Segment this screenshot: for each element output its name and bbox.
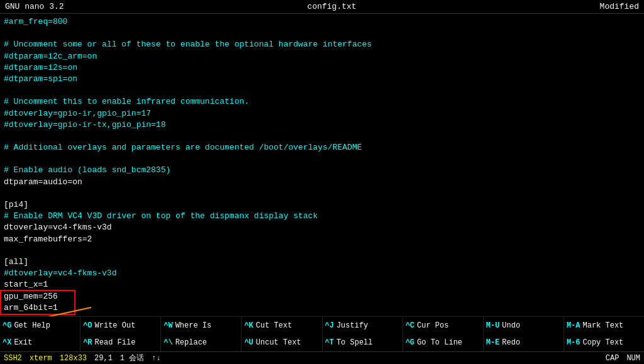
shortcut-label: Copy Text <box>582 338 623 347</box>
editor-line <box>4 131 640 142</box>
shortcut-label: Replace <box>175 338 207 347</box>
shortcut-key: ^G <box>3 321 11 330</box>
shortcut-label: Where Is <box>175 321 212 330</box>
shortcut-label: Justify <box>336 321 368 330</box>
shortcut-label: Uncut Text <box>256 338 301 347</box>
num-indicator: NUM <box>626 354 640 363</box>
shortcut-item[interactable]: ^JJustify <box>323 317 403 334</box>
shortcut-item[interactable]: ^WWhere Is <box>161 317 242 334</box>
shortcut-item[interactable]: M-6Copy Text <box>564 334 644 352</box>
editor-line: start_x=1 <box>4 279 640 290</box>
shortcut-item[interactable]: ^\Replace <box>161 334 242 352</box>
editor-line: dtoverlay=vc4-fkms-v3d <box>4 222 640 233</box>
shortcut-label: Cut Text <box>256 321 292 330</box>
shortcut-item[interactable]: ^XExit <box>0 334 80 352</box>
shortcuts-bar: ^GGet Help^OWrite Out^WWhere Is^KCut Tex… <box>0 316 644 351</box>
shortcut-key: ^X <box>3 338 11 347</box>
shortcut-key: M-U <box>486 321 500 330</box>
shortcut-label: Mark Text <box>582 321 623 330</box>
editor-line: max_framebuffers=2 <box>4 234 640 245</box>
shortcut-row-top: ^GGet Help^OWrite Out^WWhere Is^KCut Tex… <box>0 317 644 334</box>
shortcut-key: ^\ <box>164 338 172 347</box>
shortcut-item[interactable]: ^UUncut Text <box>242 334 322 352</box>
xterm-indicator: xterm <box>30 354 52 363</box>
editor-line: [all] <box>4 256 640 268</box>
editor-line: # Enable DRM VC4 V3D driver on top of th… <box>4 211 640 222</box>
editor-line <box>4 188 640 199</box>
editor-line: #dtoverlay=gpio-ir-tx,gpio_pin=18 <box>4 119 640 131</box>
shortcut-key: M-A <box>567 321 580 330</box>
modified-status: Modified <box>600 2 639 11</box>
shortcut-item[interactable]: M-UUndo <box>484 317 564 334</box>
shortcut-key: ^W <box>164 321 172 330</box>
shortcut-label: Exit <box>14 338 32 347</box>
shortcut-label: To Spell <box>336 338 373 347</box>
editor-line <box>4 245 640 256</box>
shortcut-key: M-E <box>486 338 500 347</box>
shortcut-label: Get Help <box>14 321 50 330</box>
editor-line: # Uncomment this to enable infrared comm… <box>4 96 640 108</box>
shortcut-item[interactable]: ^TTo Spell <box>323 334 403 352</box>
editor-line: #dtparam=i2s=on <box>4 62 640 74</box>
title-bar: GNU nano 3.2 config.txt Modified <box>0 0 644 14</box>
editor-wrapper: #arm_freq=800 # Uncomment some or all of… <box>0 14 644 316</box>
shortcut-label: Undo <box>502 321 520 330</box>
shortcut-label: Redo <box>502 338 520 347</box>
shortcut-label: Read File <box>95 338 136 347</box>
editor-line: [pi4] <box>4 199 640 211</box>
cursor-position: 29,1 <box>94 354 113 363</box>
editor-line <box>4 314 640 316</box>
editor-area[interactable]: #arm_freq=800 # Uncomment some or all of… <box>0 14 644 316</box>
ssh-indicator: SSH2 <box>4 354 22 363</box>
editor-line: arm_64bit=1 <box>4 302 640 314</box>
shortcut-row-bottom: ^XExit^RRead File^\Replace^UUncut Text^T… <box>0 334 644 352</box>
shortcut-item[interactable]: ^KCut Text <box>242 317 322 334</box>
shortcut-label: Write Out <box>95 321 136 330</box>
editor-line: gpu_mem=256 <box>4 291 640 302</box>
file-name: config.txt <box>308 2 357 11</box>
editor-line: dtparam=audio=on <box>4 177 640 188</box>
shortcut-key: ^C <box>406 321 414 330</box>
terminal-dims: 128x33 <box>60 354 87 363</box>
shortcut-item[interactable]: M-ERedo <box>484 334 564 352</box>
shortcut-key: ^O <box>83 321 92 330</box>
editor-line: # Additional overlays and parameters are… <box>4 142 640 153</box>
shortcut-item[interactable]: ^GGet Help <box>0 317 80 334</box>
editor-line: #dtparam=spi=on <box>4 74 640 85</box>
cap-indicator: CAP <box>606 354 619 363</box>
editor-line <box>4 28 640 39</box>
shortcut-item[interactable]: ^CCur Pos <box>403 317 484 334</box>
shortcut-key: M-6 <box>567 338 580 347</box>
editor-line: #dtparam=i2c_arm=on <box>4 51 640 62</box>
shortcut-item[interactable]: ^GGo To Line <box>403 334 484 352</box>
app-name: GNU nano 3.2 <box>5 2 64 11</box>
shortcut-key: ^G <box>406 338 414 347</box>
session-count: 1 会话 <box>120 353 144 363</box>
editor-line <box>4 153 640 165</box>
editor-line: #dtoverlay=gpio-ir,gpio_pin=17 <box>4 108 640 119</box>
editor-line: #dtoverlay=vc4-fkms-v3d <box>4 268 640 279</box>
shortcut-item[interactable]: ^OWrite Out <box>80 317 161 334</box>
editor-line <box>4 85 640 96</box>
shortcut-label: Cur Pos <box>417 321 448 330</box>
shortcut-key: ^K <box>244 321 253 330</box>
editor-line: # Enable audio (loads snd_bcm2835) <box>4 165 640 176</box>
shortcut-item[interactable]: ^RRead File <box>80 334 161 352</box>
editor-line: # Uncomment some or all of these to enab… <box>4 39 640 50</box>
shortcut-key: ^J <box>325 321 334 330</box>
shortcut-key: ^U <box>244 338 253 347</box>
shortcut-label: Go To Line <box>417 338 462 347</box>
editor-line: #arm_freq=800 <box>4 16 640 28</box>
status-bar: SSH2 xterm 128x33 29,1 1 会话 ↑↓ CAP NUM <box>0 351 644 364</box>
shortcut-item[interactable]: M-AMark Text <box>564 317 644 334</box>
shortcut-key: ^R <box>83 338 92 347</box>
scroll-arrows: ↑↓ <box>152 354 160 363</box>
shortcut-key: ^T <box>325 338 334 347</box>
